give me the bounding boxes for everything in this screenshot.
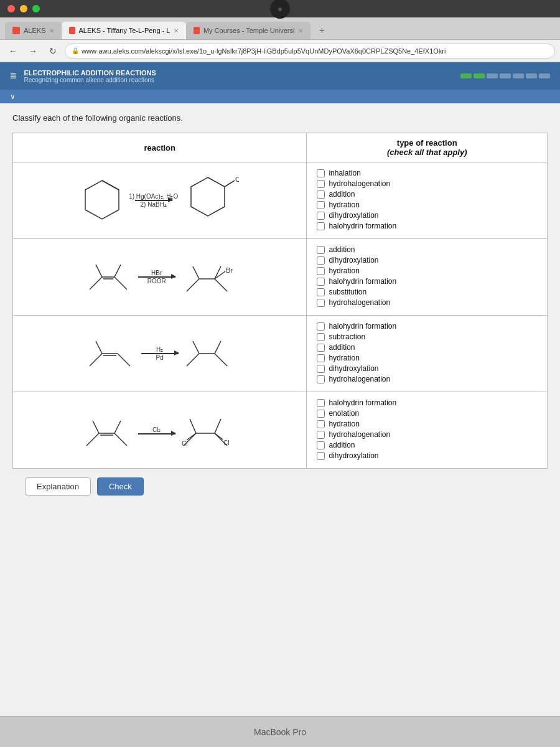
arrow-1 xyxy=(135,200,172,201)
section-subtitle: Recognizing common alkene addition react… xyxy=(24,77,156,83)
arrow-3 xyxy=(141,353,179,354)
checkbox-hydrohalogenation-4[interactable] xyxy=(317,431,325,439)
checkbox-dihydroxylation-3[interactable] xyxy=(317,365,325,373)
tab-aleks-tiffany[interactable]: ALEKS - Tiffany Te-L-Peng - L ✕ xyxy=(62,22,186,39)
option-dihydroxylation-3[interactable]: dihydroxylation xyxy=(317,364,537,373)
classify-instruction: Classify each of the following organic r… xyxy=(12,113,548,123)
checkbox-halohydrin-4[interactable] xyxy=(317,399,325,407)
option-hydration-2[interactable]: hydration xyxy=(317,266,537,275)
reaction-cell-3: H₂ Pd xyxy=(13,316,307,392)
col-header-reaction: reaction xyxy=(13,133,307,162)
forward-button[interactable]: → xyxy=(25,43,41,59)
option-addition-2[interactable]: addition xyxy=(317,245,537,254)
option-hydration-1[interactable]: hydration xyxy=(317,200,537,209)
svg-line-41 xyxy=(215,433,223,439)
option-addition-1[interactable]: addition xyxy=(317,190,537,199)
option-substitution-2[interactable]: substitution xyxy=(317,288,537,296)
checkbox-dihydroxylation-4[interactable] xyxy=(317,452,325,460)
reactions-table: reaction type of reaction (check all tha… xyxy=(12,133,548,469)
option-inhalation[interactable]: inhalation xyxy=(317,169,537,177)
option-hydrohalogenation-2[interactable]: hydrohalogenation xyxy=(317,298,537,307)
reaction-svg-2: HBr ROOR xyxy=(23,249,296,305)
reaction-svg-3: H₂ Pd xyxy=(23,326,296,382)
expand-toggle: ∨ xyxy=(0,90,560,103)
reload-button[interactable]: ↻ xyxy=(45,43,61,59)
progress-seg-4 xyxy=(500,73,511,78)
title-bar: ● xyxy=(0,0,560,17)
option-halohydrin-1[interactable]: halohydrin formation xyxy=(317,222,537,230)
options-cell-3: halohydrin formation subtraction additio… xyxy=(307,316,548,392)
option-dihydroxylation-1[interactable]: dihydroxylation xyxy=(317,211,537,220)
checkbox-halohydrin-1[interactable] xyxy=(317,222,325,230)
product-svg-2: Br xyxy=(180,254,236,301)
back-button[interactable]: ← xyxy=(5,43,21,59)
checkbox-hydrohalogenation-1[interactable] xyxy=(317,180,325,188)
checkbox-hydrohalogenation-2[interactable] xyxy=(317,299,325,307)
maximize-dot[interactable] xyxy=(32,5,40,12)
option-addition-4[interactable]: addition xyxy=(317,441,537,449)
checkbox-addition-2[interactable] xyxy=(317,246,325,254)
checkbox-substitution-2[interactable] xyxy=(317,288,325,296)
checkbox-halohydrin-3[interactable] xyxy=(317,322,325,331)
check-button[interactable]: Check xyxy=(97,477,144,496)
option-hydrohalogenation-4[interactable]: hydrohalogenation xyxy=(317,430,537,439)
checkbox-dihydroxylation-2[interactable] xyxy=(317,256,325,265)
progress-seg-2 xyxy=(474,73,485,78)
arrow-label-2: HBr ROOR xyxy=(138,270,175,284)
svg-line-23 xyxy=(187,354,199,366)
checkbox-hydrohalogenation-3[interactable] xyxy=(317,375,325,383)
checkbox-enolation-4[interactable] xyxy=(317,410,325,418)
checkbox-addition-4[interactable] xyxy=(317,441,325,449)
tab-mycourses-label: My Courses - Temple Universi xyxy=(203,27,295,34)
close-dot[interactable] xyxy=(7,5,15,12)
checkbox-halohydrin-2[interactable] xyxy=(317,278,325,286)
svg-line-21 xyxy=(118,354,130,366)
minimize-dot[interactable] xyxy=(20,5,27,12)
add-tab-button[interactable]: + xyxy=(313,22,330,39)
option-enolation-4[interactable]: enolation xyxy=(317,409,537,418)
svg-line-13 xyxy=(215,279,227,291)
checkbox-hydration-3[interactable] xyxy=(317,354,325,362)
arrow-label-3: H₂ Pd xyxy=(141,346,179,361)
checkbox-dihydroxylation-1[interactable] xyxy=(317,212,325,220)
table-row: HBr ROOR xyxy=(13,239,548,316)
nav-bar: ← → ↻ 🔒 www-awu.aleks.com/alekscgi/x/lsl… xyxy=(0,40,560,62)
option-halohydrin-3[interactable]: halohydrin formation xyxy=(317,322,537,331)
option-dihydroxylation-2[interactable]: dihydroxylation xyxy=(317,256,537,265)
option-subtraction-3[interactable]: subtraction xyxy=(317,332,537,341)
svg-line-11 xyxy=(187,279,199,291)
browser-frame: ● ALEKS ✕ ALEKS - Tiffany Te-L-Peng - L … xyxy=(0,0,560,747)
checkbox-inhalation[interactable] xyxy=(317,169,325,177)
checkbox-addition-1[interactable] xyxy=(317,190,325,199)
explanation-button[interactable]: Explanation xyxy=(25,477,91,496)
checkbox-hydration-4[interactable] xyxy=(317,420,325,428)
checkbox-subtraction-3[interactable] xyxy=(317,333,325,341)
tab-mycourses[interactable]: My Courses - Temple Universi ✕ xyxy=(186,22,310,39)
svg-text:Cl: Cl xyxy=(223,439,229,446)
option-halohydrin-4[interactable]: halohydrin formation xyxy=(317,398,537,407)
checkbox-addition-3[interactable] xyxy=(317,344,325,352)
reaction-svg-4: Cl₂ xyxy=(23,402,296,458)
reaction-cell-4: Cl₂ xyxy=(13,392,307,469)
tab-mycourses-close[interactable]: ✕ xyxy=(298,27,303,34)
menu-icon[interactable]: ≡ xyxy=(10,70,17,83)
checkbox-hydration-1[interactable] xyxy=(317,201,325,209)
svg-line-1 xyxy=(102,181,119,190)
option-hydrohalogenation-3[interactable]: hydrohalogenation xyxy=(317,375,537,383)
option-dihydroxylation-4[interactable]: dihydroxylation xyxy=(317,451,537,460)
option-hydrohalogenation-1[interactable]: hydrohalogenation xyxy=(317,179,537,188)
checkbox-hydration-2[interactable] xyxy=(317,267,325,275)
svg-line-32 xyxy=(93,421,99,433)
expand-button[interactable]: ∨ xyxy=(10,92,16,101)
address-bar[interactable]: 🔒 www-awu.aleks.com/alekscgi/x/lsl.exe/1… xyxy=(65,44,555,59)
svg-line-27 xyxy=(215,341,221,354)
option-hydration-4[interactable]: hydration xyxy=(317,420,537,428)
tab-active-close[interactable]: ✕ xyxy=(174,27,179,34)
option-hydration-3[interactable]: hydration xyxy=(317,354,537,362)
option-addition-3[interactable]: addition xyxy=(317,343,537,352)
option-halohydrin-2[interactable]: halohydrin formation xyxy=(317,277,537,286)
tab-aleks-close[interactable]: ✕ xyxy=(49,27,54,34)
svg-text:OH: OH xyxy=(235,176,239,183)
svg-line-31 xyxy=(114,433,127,446)
tab-aleks[interactable]: ALEKS ✕ xyxy=(5,22,62,39)
